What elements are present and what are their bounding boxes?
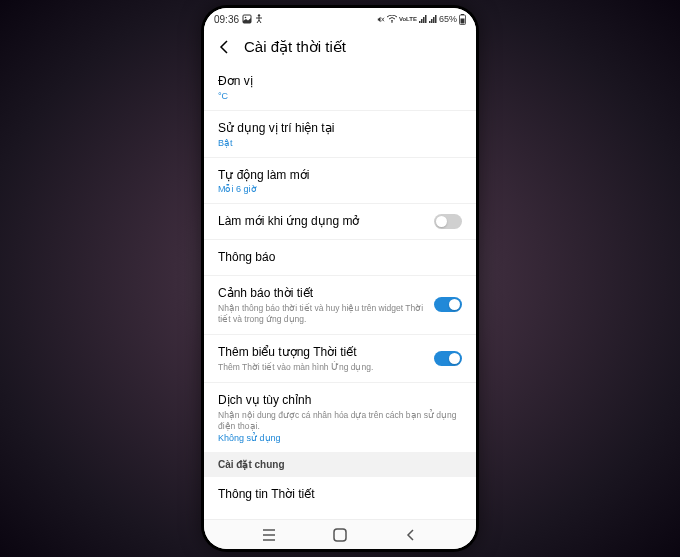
svg-point-5	[391, 21, 393, 23]
setting-value: Bật	[218, 138, 462, 148]
page-title: Cài đặt thời tiết	[244, 38, 346, 56]
svg-point-1	[245, 17, 247, 19]
nav-home[interactable]	[320, 526, 360, 544]
setting-desc: Thêm Thời tiết vào màn hình Ứng dụng.	[218, 362, 426, 373]
svg-rect-10	[429, 21, 431, 23]
setting-desc: Nhận thông báo thời tiết và huy hiệu trê…	[218, 303, 426, 325]
setting-title: Dịch vụ tùy chỉnh	[218, 392, 462, 409]
settings-list: Đơn vị °C Sử dụng vị trí hiện tại Bật Tự…	[204, 64, 476, 519]
setting-value: Không sử dụng	[218, 433, 462, 443]
toggle-refresh-on-open[interactable]	[434, 214, 462, 229]
setting-value: °C	[218, 91, 462, 101]
battery-icon	[459, 14, 466, 25]
setting-weather-alert[interactable]: Cảnh báo thời tiết Nhận thông báo thời t…	[204, 276, 476, 335]
navigation-bar	[204, 519, 476, 549]
setting-add-icon[interactable]: Thêm biểu tượng Thời tiết Thêm Thời tiết…	[204, 335, 476, 383]
setting-title: Đơn vị	[218, 73, 462, 90]
page-header: Cài đặt thời tiết	[204, 30, 476, 64]
phone-frame: 09:36 VoLTE	[201, 5, 479, 552]
setting-title: Sử dụng vị trí hiện tại	[218, 120, 462, 137]
setting-title: Thông báo	[218, 249, 462, 266]
setting-title: Thêm biểu tượng Thời tiết	[218, 344, 426, 361]
setting-title: Tự động làm mới	[218, 167, 462, 184]
setting-desc: Nhận nội dung được cá nhân hóa dựa trên …	[218, 410, 462, 432]
setting-title: Thông tin Thời tiết	[218, 486, 462, 503]
setting-title: Làm mới khi ứng dụng mở	[218, 213, 426, 230]
mute-icon	[376, 15, 385, 24]
setting-weather-info[interactable]: Thông tin Thời tiết	[204, 477, 476, 512]
setting-title: Cảnh báo thời tiết	[218, 285, 426, 302]
back-button[interactable]	[216, 38, 234, 56]
signal-icon	[419, 15, 427, 23]
svg-rect-13	[435, 15, 437, 23]
screen: 09:36 VoLTE	[204, 8, 476, 549]
svg-rect-9	[425, 15, 427, 23]
signal-icon-2	[429, 15, 437, 23]
status-bar: 09:36 VoLTE	[204, 8, 476, 30]
svg-rect-8	[423, 17, 425, 23]
svg-rect-16	[461, 18, 465, 23]
section-general: Cài đặt chung	[204, 452, 476, 477]
volte-icon: VoLTE	[399, 16, 417, 22]
nav-recent[interactable]	[249, 528, 289, 542]
setting-auto-refresh[interactable]: Tự động làm mới Mỗi 6 giờ	[204, 158, 476, 205]
setting-notifications[interactable]: Thông báo	[204, 240, 476, 276]
status-time: 09:36	[214, 14, 239, 25]
accessibility-icon	[255, 14, 263, 24]
nav-back[interactable]	[391, 528, 431, 542]
setting-location[interactable]: Sử dụng vị trí hiện tại Bật	[204, 111, 476, 158]
svg-rect-12	[433, 17, 435, 23]
svg-rect-20	[334, 529, 346, 541]
toggle-add-icon[interactable]	[434, 351, 462, 366]
setting-custom-service[interactable]: Dịch vụ tùy chỉnh Nhận nội dung được cá …	[204, 383, 476, 452]
wifi-icon	[387, 15, 397, 23]
gallery-icon	[242, 14, 252, 24]
battery-text: 65%	[439, 14, 457, 24]
setting-unit[interactable]: Đơn vị °C	[204, 64, 476, 111]
setting-refresh-on-open[interactable]: Làm mới khi ứng dụng mở	[204, 204, 476, 240]
svg-rect-7	[421, 19, 423, 23]
svg-rect-6	[419, 21, 421, 23]
toggle-weather-alert[interactable]	[434, 297, 462, 312]
svg-point-2	[258, 14, 260, 16]
setting-value: Mỗi 6 giờ	[218, 184, 462, 194]
svg-rect-11	[431, 19, 433, 23]
